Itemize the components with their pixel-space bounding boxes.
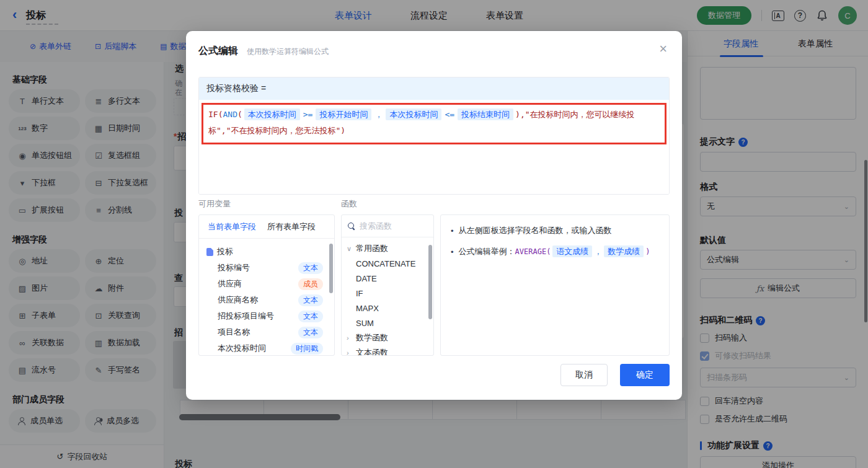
type-badge: 时间戳 bbox=[291, 343, 323, 355]
field-chip-本次投标时间[interactable]: 本次投标时间 bbox=[244, 108, 300, 120]
variable-name: 项目名称 bbox=[218, 327, 298, 338]
formula-editor: 投标资格校验 = IF(AND(本次投标时间>=投标开始时间，本次投标时间<=投… bbox=[198, 77, 670, 195]
formula-input-area[interactable]: IF(AND(本次投标时间>=投标开始时间，本次投标时间<=投标结束时间),"在… bbox=[199, 103, 669, 195]
type-badge: 文本 bbox=[298, 262, 323, 274]
variable-name: 本次投标时间 bbox=[218, 343, 291, 354]
function-item-DATE[interactable]: DATE bbox=[347, 271, 433, 286]
formula-token: <= bbox=[443, 110, 456, 119]
confirm-button[interactable]: 确定 bbox=[620, 364, 670, 386]
formula-token: ( bbox=[237, 110, 242, 119]
cancel-button[interactable]: 取消 bbox=[560, 364, 608, 386]
formula-target-field: 投标资格校验 = bbox=[199, 77, 669, 100]
search-icon bbox=[348, 223, 355, 230]
tip-example-close: ) bbox=[645, 247, 650, 256]
variables-pane: 当前表单字段 所有表单字段 投标 投标编号文本供应商成员供应商名称文本招投标项目… bbox=[198, 214, 335, 356]
function-item-SUM[interactable]: SUM bbox=[347, 316, 433, 330]
search-placeholder: 搜索函数 bbox=[360, 221, 392, 232]
bullet-icon: • bbox=[451, 226, 454, 236]
variables-tree: 投标 投标编号文本供应商成员供应商名称文本招投标项目编号文本项目名称文本本次投标… bbox=[199, 239, 334, 356]
tip-example-function: AVERAGE( bbox=[515, 247, 551, 256]
variable-name: 招投标项目编号 bbox=[218, 311, 298, 322]
formula-token: ， bbox=[373, 110, 384, 119]
field-chip-数学成绩: 数学成绩 bbox=[604, 245, 644, 257]
chevron-down-icon: ∨ bbox=[347, 245, 353, 253]
function-group-常用函数[interactable]: ∨常用函数 bbox=[347, 241, 433, 256]
form-designer-app: ‹ 投标 表单设计 流程设定 表单设置 数据管理 A ? C ⊘表单外链⊡后端脚… bbox=[0, 0, 868, 468]
tab-current-form-fields[interactable]: 当前表单字段 bbox=[208, 221, 256, 232]
function-group-label: 常用函数 bbox=[356, 243, 388, 254]
function-group-数学函数[interactable]: ›数学函数 bbox=[347, 330, 433, 345]
function-list: ∨常用函数CONCATENATEDATEIFMAPXSUM›数学函数›文本函数 bbox=[342, 237, 433, 356]
function-group-label: 数学函数 bbox=[356, 332, 388, 343]
formula-token: IF( bbox=[208, 110, 223, 119]
function-group-label: 文本函数 bbox=[356, 347, 388, 356]
bullet-icon: • bbox=[451, 247, 454, 257]
modal-header: 公式编辑 使用数学运算符编辑公式 × bbox=[186, 31, 682, 58]
variable-row-本次投标时间[interactable]: 本次投标时间时间戳 bbox=[206, 340, 328, 356]
form-node[interactable]: 投标 bbox=[206, 244, 328, 260]
variable-row-项目名称[interactable]: 项目名称文本 bbox=[206, 324, 328, 340]
function-item-CONCATENATE[interactable]: CONCATENATE bbox=[347, 256, 433, 271]
tab-all-form-fields[interactable]: 所有表单字段 bbox=[267, 221, 316, 232]
formula-edit-modal: 公式编辑 使用数学运算符编辑公式 × 投标资格校验 = IF(AND(本次投标时… bbox=[186, 31, 682, 400]
variable-row-投标编号[interactable]: 投标编号文本 bbox=[206, 260, 328, 276]
function-group-文本函数[interactable]: ›文本函数 bbox=[347, 345, 433, 356]
variables-label: 可用变量 bbox=[198, 198, 231, 210]
field-chip-本次投标时间[interactable]: 本次投标时间 bbox=[386, 108, 441, 120]
modal-title: 公式编辑 bbox=[198, 45, 238, 58]
type-badge: 文本 bbox=[298, 311, 323, 322]
type-badge: 文本 bbox=[298, 294, 323, 306]
formula-token: >= bbox=[302, 110, 314, 119]
type-badge: 文本 bbox=[298, 327, 323, 338]
variable-row-招投标项目编号[interactable]: 招投标项目编号文本 bbox=[206, 308, 328, 324]
functions-scrollbar[interactable] bbox=[428, 245, 432, 319]
variable-name: 投标编号 bbox=[218, 262, 298, 273]
function-item-MAPX[interactable]: MAPX bbox=[347, 301, 433, 316]
tip-line-2: • 公式编辑举例：AVERAGE(语文成绩，数学成绩) bbox=[441, 236, 669, 257]
modal-footer: 取消 确定 bbox=[560, 364, 670, 386]
variables-tabs: 当前表单字段 所有表单字段 bbox=[199, 215, 334, 239]
type-badge: 成员 bbox=[298, 278, 323, 290]
variables-scrollbar[interactable] bbox=[329, 244, 333, 293]
formula-token: AND bbox=[223, 110, 237, 119]
functions-pane: 搜索函数 ∨常用函数CONCATENATEDATEIFMAPXSUM›数学函数›… bbox=[341, 214, 434, 356]
function-search[interactable]: 搜索函数 bbox=[342, 215, 433, 237]
variable-row-供应商[interactable]: 供应商成员 bbox=[206, 276, 328, 292]
chevron-right-icon: › bbox=[347, 334, 353, 342]
tip-text-1: 从左侧面板选择字段名和函数，或输入函数 bbox=[459, 225, 612, 236]
formula-field-label: 投标资格校验 = bbox=[206, 83, 266, 94]
tip-example-comma: ， bbox=[594, 247, 602, 256]
formula-expression[interactable]: IF(AND(本次投标时间>=投标开始时间，本次投标时间<=投标结束时间),"在… bbox=[202, 103, 666, 144]
form-name: 投标 bbox=[217, 246, 233, 257]
tip-example-prefix: 公式编辑举例： bbox=[459, 247, 515, 256]
variable-name: 供应商名称 bbox=[218, 294, 298, 306]
variable-name: 供应商 bbox=[218, 278, 298, 289]
functions-label: 函数 bbox=[341, 198, 357, 210]
close-icon[interactable]: × bbox=[659, 42, 667, 56]
tip-example: 公式编辑举例：AVERAGE(语文成绩，数学成绩) bbox=[459, 246, 650, 257]
tip-line-1: • 从左侧面板选择字段名和函数，或输入函数 bbox=[441, 215, 669, 236]
function-item-IF[interactable]: IF bbox=[347, 286, 433, 301]
form-icon bbox=[206, 248, 213, 256]
field-chip-投标开始时间[interactable]: 投标开始时间 bbox=[316, 108, 371, 120]
chevron-right-icon: › bbox=[347, 349, 353, 356]
modal-subtitle: 使用数学运算符编辑公式 bbox=[247, 46, 329, 57]
field-chip-投标结束时间[interactable]: 投标结束时间 bbox=[458, 108, 513, 120]
variable-row-供应商名称[interactable]: 供应商名称文本 bbox=[206, 292, 328, 308]
tips-pane: • 从左侧面板选择字段名和函数，或输入函数 • 公式编辑举例：AVERAGE(语… bbox=[440, 214, 670, 356]
field-chip-语文成绩: 语文成绩 bbox=[552, 245, 592, 257]
